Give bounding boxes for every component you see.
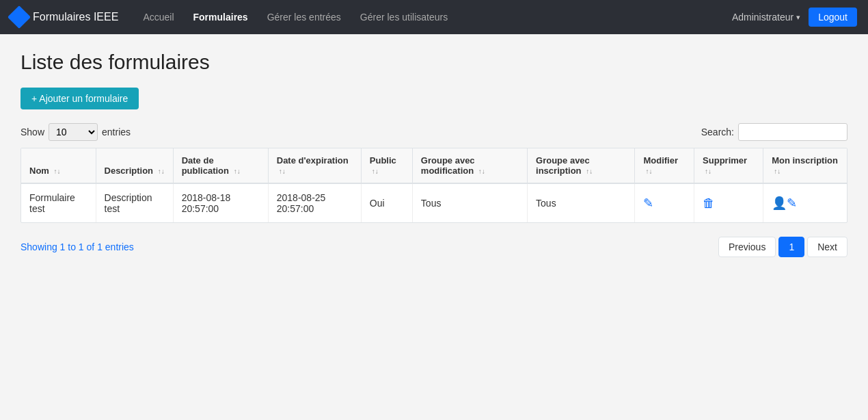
- sort-supprimer-icon: ↑↓: [705, 168, 711, 175]
- nav-accueil[interactable]: Accueil: [135, 8, 182, 27]
- brand-label: Formulaires IEEE: [33, 11, 118, 23]
- register-icon[interactable]: 👤✎: [772, 196, 797, 210]
- cell-nom: Formulaire test: [21, 183, 96, 222]
- logout-button[interactable]: Logout: [809, 8, 857, 27]
- nav-utilisateurs[interactable]: Gérer les utilisateurs: [352, 8, 456, 27]
- previous-button[interactable]: Previous: [718, 237, 776, 257]
- nav-formulaires[interactable]: Formulaires: [185, 8, 256, 27]
- page-1-button[interactable]: 1: [778, 237, 804, 257]
- showing-suffix: entries: [103, 241, 134, 252]
- edit-icon[interactable]: ✎: [643, 196, 653, 210]
- showing-from: 1 to 1 of 1: [60, 241, 103, 252]
- nav-entrees[interactable]: Gérer les entrées: [259, 8, 349, 27]
- sort-modifier-icon: ↑↓: [645, 168, 652, 175]
- admin-menu[interactable]: Administrateur: [732, 12, 800, 23]
- col-modifier[interactable]: Modifier ↑↓: [635, 148, 694, 183]
- sort-inscription-icon: ↑↓: [774, 168, 781, 175]
- table-row: Formulaire test Description test 2018-08…: [21, 183, 847, 222]
- navbar: Formulaires IEEE Accueil Formulaires Gér…: [0, 0, 868, 34]
- cell-groupe-modif: Tous: [412, 183, 527, 222]
- search-label: Search:: [701, 127, 734, 137]
- formulaires-table: Nom ↑↓ Description ↑↓ Date de publicatio…: [21, 148, 847, 222]
- add-formulaire-button[interactable]: + Ajouter un formulaire: [21, 88, 139, 109]
- pagination: Previous 1 Next: [718, 237, 847, 257]
- col-public[interactable]: Public ↑↓: [361, 148, 412, 183]
- col-mon-inscription[interactable]: Mon inscription ↑↓: [763, 148, 847, 183]
- cell-supprimer[interactable]: 🗑: [694, 183, 763, 222]
- showing-text: Showing 1 to 1 of 1 entries: [21, 241, 134, 252]
- entries-select[interactable]: 10 25 50 100: [49, 123, 98, 141]
- search-box: Search:: [701, 123, 847, 141]
- sort-datepub-icon: ↑↓: [234, 168, 241, 175]
- show-label: Show: [21, 127, 44, 137]
- col-groupe-inscr[interactable]: Groupe avec inscription ↑↓: [528, 148, 635, 183]
- table-footer: Showing 1 to 1 of 1 entries Previous 1 N…: [21, 234, 847, 260]
- navbar-right: Administrateur Logout: [732, 8, 857, 27]
- cell-date-exp: 2018-08-25 20:57:00: [268, 183, 361, 222]
- page-title: Liste des formulaires: [21, 51, 847, 74]
- showing-prefix: Showing: [21, 241, 60, 252]
- col-description[interactable]: Description ↑↓: [96, 148, 173, 183]
- sort-dateexp-icon: ↑↓: [279, 168, 286, 175]
- col-nom[interactable]: Nom ↑↓: [21, 148, 96, 183]
- col-date-exp[interactable]: Date d'expiration ↑↓: [268, 148, 361, 183]
- sort-nom-icon: ↑↓: [54, 168, 61, 175]
- sort-description-icon: ↑↓: [158, 168, 165, 175]
- cell-public: Oui: [361, 183, 412, 222]
- cell-groupe-inscr: Tous: [528, 183, 635, 222]
- search-input[interactable]: [738, 123, 847, 141]
- main-content: Liste des formulaires + Ajouter un formu…: [0, 34, 868, 276]
- sort-groupeinscr-icon: ↑↓: [586, 168, 593, 175]
- col-supprimer[interactable]: Supprimer ↑↓: [694, 148, 763, 183]
- col-groupe-modif[interactable]: Groupe avec modification ↑↓: [412, 148, 527, 183]
- cell-mon-inscription[interactable]: 👤✎: [763, 183, 847, 222]
- cell-date-pub: 2018-08-18 20:57:00: [173, 183, 268, 222]
- cell-description: Description test: [96, 183, 173, 222]
- brand-icon: [8, 5, 31, 29]
- col-date-pub[interactable]: Date de publication ↑↓: [173, 148, 268, 183]
- sort-groupemodif-icon: ↑↓: [478, 168, 485, 175]
- entries-label: entries: [102, 127, 131, 137]
- table-controls: Show 10 25 50 100 entries Search:: [21, 123, 847, 141]
- delete-icon[interactable]: 🗑: [703, 196, 715, 210]
- table-wrapper: Nom ↑↓ Description ↑↓ Date de publicatio…: [21, 148, 847, 223]
- nav-links: Accueil Formulaires Gérer les entrées Gé…: [135, 8, 732, 27]
- cell-modifier[interactable]: ✎: [635, 183, 694, 222]
- show-entries: Show 10 25 50 100 entries: [21, 123, 131, 141]
- sort-public-icon: ↑↓: [372, 168, 379, 175]
- next-button[interactable]: Next: [807, 237, 847, 257]
- brand: Formulaires IEEE: [11, 9, 118, 25]
